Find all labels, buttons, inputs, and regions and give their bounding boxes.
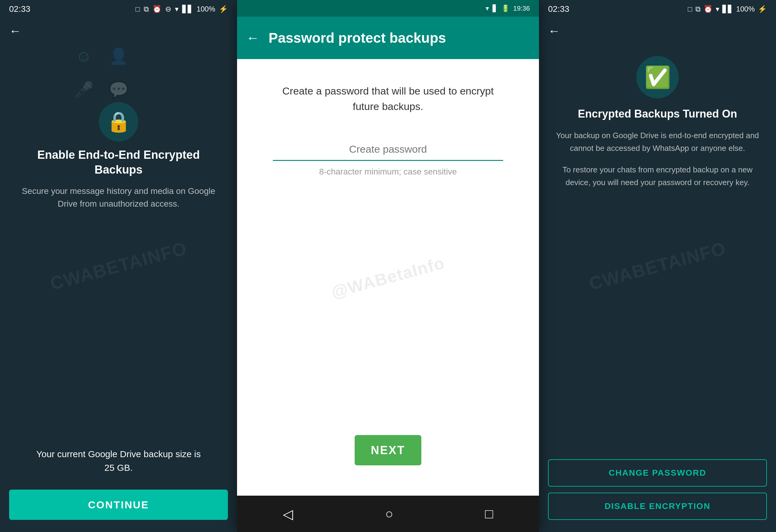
nav-bar: ◁ ○ □ bbox=[237, 496, 539, 532]
back-arrow-left[interactable]: ← bbox=[9, 24, 21, 38]
app-bar-title: Password protect backups bbox=[268, 30, 446, 46]
lock-icon-right: ✅ bbox=[636, 56, 679, 98]
left-content: Enable End-to-End Encrypted Backups Secu… bbox=[0, 145, 237, 490]
status-time-right: 02:33 bbox=[548, 4, 569, 14]
signal-center-icon: ▋ bbox=[493, 5, 498, 12]
charge-icon: ⚡ bbox=[219, 5, 228, 13]
change-password-button[interactable]: CHANGE PASSWORD bbox=[548, 459, 767, 487]
app-bar: ← Password protect backups bbox=[237, 17, 539, 59]
status-bar-right: 02:33 □ ⧉ ⏰ ▾ ▋▋ 100% ⚡ bbox=[539, 0, 776, 18]
back-button-right[interactable]: ← bbox=[539, 18, 776, 44]
center-status-icons: ▾ ▋ 🔋 19:36 bbox=[486, 5, 530, 12]
monitor-icon: □ bbox=[136, 5, 140, 13]
blank-icon bbox=[144, 47, 163, 65]
wifi-center-icon: ▾ bbox=[486, 5, 489, 12]
right-title: Encrypted Backups Turned On bbox=[566, 107, 749, 120]
center-watermark: @WABetaInfo bbox=[329, 253, 447, 302]
dnd-icon: ⊖ bbox=[165, 5, 171, 13]
emoji-icon: ☺ bbox=[74, 47, 94, 65]
nav-home-icon[interactable]: ○ bbox=[385, 506, 393, 521]
status-bar-center: ▾ ▋ 🔋 19:36 bbox=[237, 0, 539, 17]
center-description: Create a password that will be used to e… bbox=[282, 83, 494, 114]
wifi-icon-right: ▾ bbox=[716, 5, 719, 13]
password-hint: 8-character minimum; case sensitive bbox=[319, 167, 457, 177]
alarm-icon-right: ⏰ bbox=[704, 5, 713, 13]
charge-icon-right: ⚡ bbox=[758, 5, 767, 13]
wifi-icon: ▾ bbox=[175, 5, 179, 13]
chat-icon: 💬 bbox=[109, 80, 129, 99]
left-subtitle: Secure your message history and media on… bbox=[18, 185, 219, 210]
right-panel: 02:33 □ ⧉ ⏰ ▾ ▋▋ 100% ⚡ ← ✅ Encrypted Ba… bbox=[539, 0, 776, 532]
monitor-icon-right: □ bbox=[688, 5, 692, 13]
right-description2: To restore your chats from encrypted bac… bbox=[539, 164, 776, 189]
person-icon: 👤 bbox=[109, 47, 129, 65]
center-panel: ▾ ▋ 🔋 19:36 ← Password protect backups @… bbox=[237, 0, 539, 532]
next-button[interactable]: NEXT bbox=[355, 435, 421, 465]
back-button-left[interactable]: ← bbox=[0, 18, 237, 44]
signal-icon: ▋▋ bbox=[182, 5, 193, 13]
left-panel: 02:33 □ ⧉ ⏰ ⊖ ▾ ▋▋ 100% ⚡ ← ☺ 👤 🎤 💬 🔒 En… bbox=[0, 0, 237, 532]
battery-text-right: 100% bbox=[736, 5, 755, 13]
left-footer-text: Your current Google Drive backup size is… bbox=[18, 447, 219, 475]
nav-back-icon[interactable]: ◁ bbox=[283, 506, 293, 522]
center-content: @WABetaInfo Create a password that will … bbox=[237, 59, 539, 496]
battery-pct-center: 19:36 bbox=[513, 5, 530, 12]
password-input[interactable] bbox=[273, 139, 503, 160]
status-icons-left: □ ⧉ ⏰ ⊖ ▾ ▋▋ 100% ⚡ bbox=[136, 5, 228, 13]
cast-icon: ⧉ bbox=[144, 5, 149, 13]
watermark-right: CWABETAINFO bbox=[587, 238, 728, 294]
password-input-wrapper[interactable] bbox=[273, 139, 503, 161]
back-arrow-right[interactable]: ← bbox=[548, 24, 560, 38]
status-icons-right: □ ⧉ ⏰ ▾ ▋▋ 100% ⚡ bbox=[688, 5, 767, 13]
alarm-icon: ⏰ bbox=[153, 5, 162, 13]
disable-encryption-button[interactable]: DISABLE ENCRYPTION bbox=[548, 493, 767, 520]
status-bar-left: 02:33 □ ⧉ ⏰ ⊖ ▾ ▋▋ 100% ⚡ bbox=[0, 0, 237, 18]
lock-icon-left: 🔒 bbox=[99, 102, 138, 142]
battery-center-icon: 🔋 bbox=[502, 5, 510, 12]
left-title: Enable End-to-End Encrypted Backups bbox=[18, 148, 219, 178]
battery-text: 100% bbox=[197, 5, 215, 13]
mic-icon: 🎤 bbox=[74, 80, 94, 99]
right-description1: Your backup on Google Drive is end-to-en… bbox=[539, 129, 776, 155]
cast-icon-right: ⧉ bbox=[696, 5, 701, 13]
status-time-left: 02:33 bbox=[9, 4, 30, 14]
signal-icon-right: ▋▋ bbox=[722, 5, 733, 13]
back-button-center[interactable]: ← bbox=[246, 30, 259, 45]
nav-recents-icon[interactable]: □ bbox=[485, 506, 493, 521]
continue-button[interactable]: CONTINUE bbox=[9, 490, 228, 520]
